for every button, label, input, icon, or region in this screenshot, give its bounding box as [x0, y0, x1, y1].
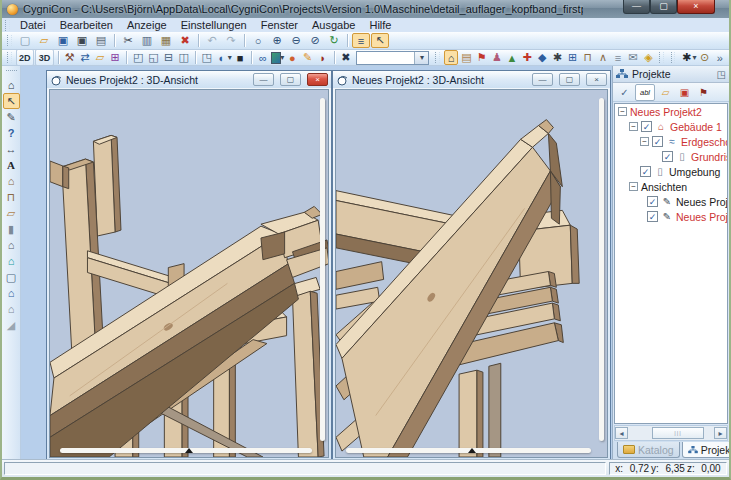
texture-brush-icon[interactable]: ◗ — [316, 50, 330, 65]
viewport-1-3d-view[interactable] — [49, 89, 329, 458]
model-tool-icon[interactable]: ⌂ — [3, 285, 20, 301]
menu-einstellungen[interactable]: Einstellungen — [174, 19, 254, 31]
grid-window-icon[interactable]: ⊞ — [566, 50, 580, 65]
menu-datei[interactable]: Datei — [13, 19, 53, 31]
maximize-button[interactable]: ▢ — [650, 0, 677, 14]
tree-item-neues-projekt-view-1[interactable]: ✓ ✎ Neues Proje — [615, 194, 727, 209]
flag-marker-icon[interactable]: ⚑ — [475, 50, 489, 65]
projects-panel-header[interactable]: Projekte ◳ — [613, 66, 729, 83]
toolbar-grip[interactable] — [659, 52, 664, 63]
viewport-2-minimize-button[interactable]: — — [532, 73, 553, 86]
zoom-icon[interactable]: ○ — [249, 33, 267, 48]
import-folder-icon[interactable]: ▱ — [93, 50, 107, 65]
wedge-tool-icon[interactable]: ◢ — [3, 317, 20, 333]
view-2d-button[interactable]: 2D — [16, 49, 35, 66]
project-structure-icon[interactable]: ⌂ — [444, 50, 458, 65]
tree-item-grundriss[interactable]: ✓ ▯ Grundris — [615, 149, 727, 164]
toolbar2-grip[interactable] — [7, 52, 12, 63]
refresh-view-icon[interactable]: ↻ — [325, 33, 343, 48]
rename-icon[interactable]: abl — [635, 84, 655, 101]
tree-item-neues-projekt-view-2[interactable]: ✓ ✎ Neues Proje — [615, 209, 727, 224]
materials-icon[interactable]: ⊞ — [108, 50, 122, 65]
apply-icon[interactable]: ✓ — [616, 85, 633, 100]
tile-vertical-icon[interactable]: ◫ — [177, 50, 191, 65]
cottage-tool-icon[interactable]: ⌂ — [3, 301, 20, 317]
zoom-in-icon[interactable]: ⊕ — [268, 33, 286, 48]
viewport-2-window[interactable]: Neues Projekt2 : 3D-Ansicht — ▢ × — [332, 70, 611, 461]
scrollbar-thumb[interactable]: ||| — [652, 427, 704, 439]
view-3d-button[interactable]: 3D — [35, 49, 54, 66]
leftbar-grip[interactable] — [6, 70, 17, 74]
measure-icon[interactable]: ✖ — [339, 50, 353, 65]
viewport-1-close-button[interactable]: × — [307, 73, 328, 86]
viewport-2-titlebar[interactable]: Neues Projekt2 : 3D-Ansicht — ▢ × — [333, 71, 610, 88]
collapse-expander-icon[interactable]: − — [629, 182, 638, 191]
undo-icon[interactable]: ↶ — [203, 33, 221, 48]
room-tool-icon[interactable]: ⌂ — [3, 253, 20, 269]
color-picker-dropdown-icon[interactable]: ▾ — [280, 53, 284, 62]
panel-options-icon[interactable]: ◳ — [717, 69, 726, 80]
viewport-2-3d-view[interactable] — [335, 89, 608, 458]
menubar-grip[interactable] — [5, 20, 10, 31]
new-document-icon[interactable]: ▢ — [16, 33, 34, 48]
viewport-2-vertical-scrollbar[interactable] — [599, 98, 604, 441]
toolbar-overflow-icon[interactable]: » — [713, 50, 727, 65]
viewport-2-scroll-center-marker-icon[interactable] — [468, 448, 476, 453]
scroll-left-icon[interactable]: ◂ — [615, 427, 628, 439]
save-all-icon[interactable]: ▣ — [73, 33, 91, 48]
edit-pen-icon[interactable]: ✎ — [301, 50, 315, 65]
measure-tool-icon[interactable]: ↔ — [3, 141, 20, 157]
toolbar-grip[interactable] — [435, 52, 440, 63]
toolbar1-grip[interactable] — [7, 35, 12, 46]
flag-tool-icon[interactable]: ⚑ — [695, 85, 712, 100]
machine-settings-icon[interactable]: ✱ — [550, 50, 564, 65]
display-mode-dropdown-icon[interactable]: ▾ — [228, 53, 232, 62]
viewport-1-minimize-button[interactable]: — — [253, 73, 274, 86]
visibility-checkbox[interactable]: ✓ — [641, 121, 652, 132]
plan-tool-icon[interactable]: ▢ — [3, 269, 20, 285]
inspect-icon[interactable]: ⊙ — [698, 50, 712, 65]
collapse-expander-icon[interactable]: − — [629, 122, 638, 131]
message-note-icon[interactable]: ✉ — [626, 50, 640, 65]
display-mode-icon[interactable]: ◐ — [215, 50, 229, 65]
close-button[interactable]: × — [677, 0, 715, 14]
collapse-expander-icon[interactable]: − — [618, 107, 627, 116]
redo-icon[interactable]: ↷ — [222, 33, 240, 48]
viewport-1-scroll-center-marker-icon[interactable] — [185, 448, 193, 453]
visibility-checkbox[interactable]: ✓ — [647, 211, 658, 222]
text-tool-icon[interactable]: A — [3, 157, 20, 173]
zoom-out-icon[interactable]: ⊖ — [287, 33, 305, 48]
select-tool-icon[interactable]: ↖ — [3, 93, 20, 109]
board-tool-icon[interactable]: ▱ — [3, 205, 20, 221]
shaded-view-icon[interactable]: ● — [285, 50, 299, 65]
walk-mode-icon[interactable]: ⇄ — [78, 50, 92, 65]
select-elements-icon[interactable]: ↖ — [371, 33, 389, 48]
visibility-checkbox[interactable]: ✓ — [647, 196, 658, 207]
stairs-icon[interactable]: ≡ — [611, 50, 625, 65]
viewport-1-titlebar[interactable]: Neues Projekt2 : 3D-Ansicht — ▢ × — [47, 71, 331, 88]
tree-horizontal-scrollbar[interactable]: ◂ ||| ▸ — [614, 425, 728, 441]
zoom-window-icon[interactable]: ⊘ — [306, 33, 324, 48]
tab-projekte[interactable]: Projekte — [682, 442, 731, 458]
visibility-checkbox[interactable]: ✓ — [652, 136, 663, 147]
visibility-checkbox[interactable]: ✓ — [640, 166, 651, 177]
visibility-checkbox[interactable]: ✓ — [662, 151, 673, 162]
viewport-2-maximize-button[interactable]: ▢ — [559, 73, 580, 86]
tile-horizontal-icon[interactable]: ⊟ — [161, 50, 175, 65]
cut-icon[interactable]: ✂ — [119, 33, 137, 48]
shield-icon[interactable]: ◆ — [535, 50, 549, 65]
menu-fenster[interactable]: Fenster — [254, 19, 305, 31]
print-icon[interactable]: ▤ — [92, 33, 110, 48]
element-list-icon[interactable]: ≡ — [352, 33, 370, 48]
copy-icon[interactable]: ▥ — [138, 33, 156, 48]
layer-combobox[interactable]: ▾ — [356, 51, 430, 65]
paste-icon[interactable]: ▦ — [157, 33, 175, 48]
workbench-icon[interactable]: ⊓ — [581, 50, 595, 65]
viewport-1-window[interactable]: Neues Projekt2 : 3D-Ansicht — ▢ × — [46, 70, 332, 461]
menu-ausgabe[interactable]: Ausgabe — [305, 19, 362, 31]
project-overview-tool-icon[interactable]: ⌂ — [3, 77, 20, 93]
scroll-right-icon[interactable]: ▸ — [714, 427, 727, 439]
column-tool-icon[interactable]: ▮ — [3, 221, 20, 237]
viewport-1-vertical-scrollbar[interactable] — [320, 98, 325, 441]
menu-anzeige[interactable]: Anzeige — [120, 19, 174, 31]
